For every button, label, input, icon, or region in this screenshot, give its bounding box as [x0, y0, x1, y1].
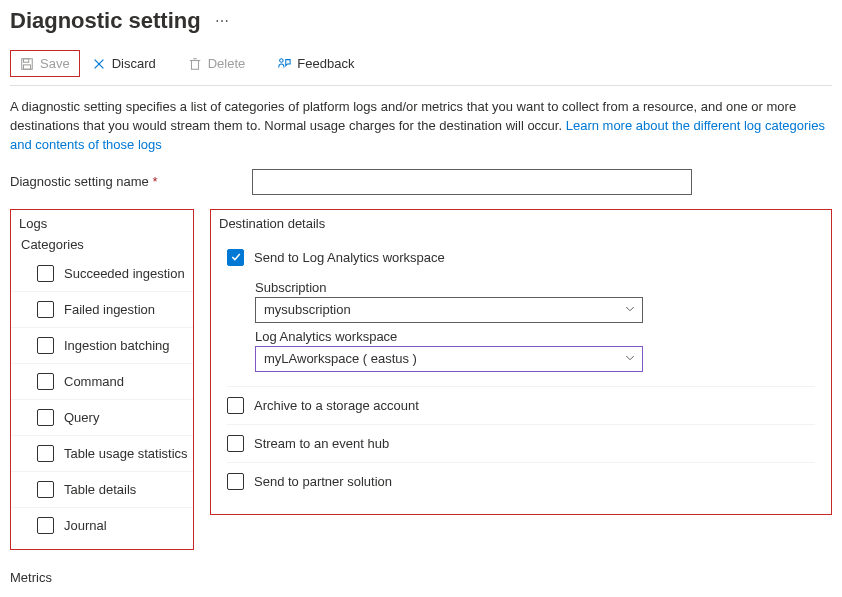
- delete-button[interactable]: Delete: [180, 52, 254, 75]
- log-category-label: Journal: [64, 518, 107, 533]
- destination-title: Destination details: [211, 210, 831, 235]
- log-category-label: Failed ingestion: [64, 302, 155, 317]
- workspace-value: myLAworkspace ( eastus ): [264, 351, 417, 366]
- checkbox[interactable]: [37, 481, 54, 498]
- destination-panel: Destination details Send to Log Analytic…: [210, 209, 832, 515]
- log-category-row[interactable]: Command: [11, 364, 193, 400]
- svg-point-8: [280, 58, 284, 62]
- setting-name-input[interactable]: [252, 169, 692, 195]
- dest-label: Send to Log Analytics workspace: [254, 250, 445, 265]
- more-button[interactable]: ⋯: [211, 13, 233, 29]
- log-category-label: Table usage statistics: [64, 446, 188, 461]
- log-category-row[interactable]: Journal: [11, 508, 193, 543]
- page-title: Diagnostic setting: [10, 8, 201, 34]
- toolbar: Save Discard Delete Feedback: [10, 46, 832, 86]
- dest-label: Stream to an event hub: [254, 436, 389, 451]
- log-category-label: Command: [64, 374, 124, 389]
- checkbox[interactable]: [37, 301, 54, 318]
- log-category-label: Succeeded ingestion: [64, 266, 185, 281]
- dest-eventhub-row[interactable]: Stream to an event hub: [227, 425, 815, 463]
- checkbox[interactable]: [37, 517, 54, 534]
- svg-rect-5: [191, 60, 198, 69]
- log-category-label: Table details: [64, 482, 136, 497]
- checkbox[interactable]: [37, 265, 54, 282]
- log-category-row[interactable]: Failed ingestion: [11, 292, 193, 328]
- discard-icon: [92, 57, 106, 71]
- logs-subhead: Categories: [11, 235, 193, 256]
- dest-partner-row[interactable]: Send to partner solution: [227, 463, 815, 500]
- chevron-down-icon: [624, 302, 636, 317]
- setting-name-label: Diagnostic setting name *: [10, 174, 240, 189]
- svg-rect-1: [24, 58, 29, 62]
- feedback-button[interactable]: Feedback: [269, 52, 362, 75]
- metrics-title: Metrics: [10, 568, 194, 591]
- check-icon: [230, 251, 242, 263]
- checkbox[interactable]: [227, 473, 244, 490]
- dest-log-analytics-row[interactable]: Send to Log Analytics workspace: [227, 239, 815, 268]
- checkbox-checked[interactable]: [227, 249, 244, 266]
- log-category-row[interactable]: Table details: [11, 472, 193, 508]
- log-category-label: Query: [64, 410, 99, 425]
- log-analytics-subblock: Subscription mysubscription Log Analytic…: [227, 268, 815, 387]
- dest-storage-row[interactable]: Archive to a storage account: [227, 387, 815, 425]
- delete-icon: [188, 57, 202, 71]
- log-category-row[interactable]: Query: [11, 400, 193, 436]
- checkbox[interactable]: [37, 445, 54, 462]
- workspace-select[interactable]: myLAworkspace ( eastus ): [255, 346, 643, 372]
- log-category-label: Ingestion batching: [64, 338, 170, 353]
- log-category-row[interactable]: Table usage statistics: [11, 436, 193, 472]
- checkbox[interactable]: [37, 409, 54, 426]
- checkbox[interactable]: [37, 337, 54, 354]
- feedback-label: Feedback: [297, 56, 354, 71]
- checkbox[interactable]: [227, 397, 244, 414]
- metrics-panel: Metrics AllMetrics: [10, 568, 194, 597]
- logs-panel: Logs Categories Succeeded ingestion Fail…: [10, 209, 194, 550]
- svg-rect-2: [24, 64, 31, 68]
- logs-title: Logs: [11, 210, 193, 235]
- dest-label: Archive to a storage account: [254, 398, 419, 413]
- subscription-select[interactable]: mysubscription: [255, 297, 643, 323]
- workspace-label: Log Analytics workspace: [255, 329, 815, 344]
- discard-label: Discard: [112, 56, 156, 71]
- log-category-row[interactable]: Ingestion batching: [11, 328, 193, 364]
- chevron-down-icon: [624, 351, 636, 366]
- checkbox[interactable]: [227, 435, 244, 452]
- checkbox[interactable]: [37, 373, 54, 390]
- save-icon: [20, 57, 34, 71]
- discard-button[interactable]: Discard: [84, 52, 164, 75]
- dest-label: Send to partner solution: [254, 474, 392, 489]
- log-category-row[interactable]: Succeeded ingestion: [11, 256, 193, 292]
- delete-label: Delete: [208, 56, 246, 71]
- save-label: Save: [40, 56, 70, 71]
- subscription-label: Subscription: [255, 280, 815, 295]
- feedback-icon: [277, 57, 291, 71]
- description: A diagnostic setting specifies a list of…: [10, 86, 832, 165]
- save-button[interactable]: Save: [12, 52, 78, 75]
- subscription-value: mysubscription: [264, 302, 351, 317]
- metrics-row[interactable]: AllMetrics: [10, 591, 194, 597]
